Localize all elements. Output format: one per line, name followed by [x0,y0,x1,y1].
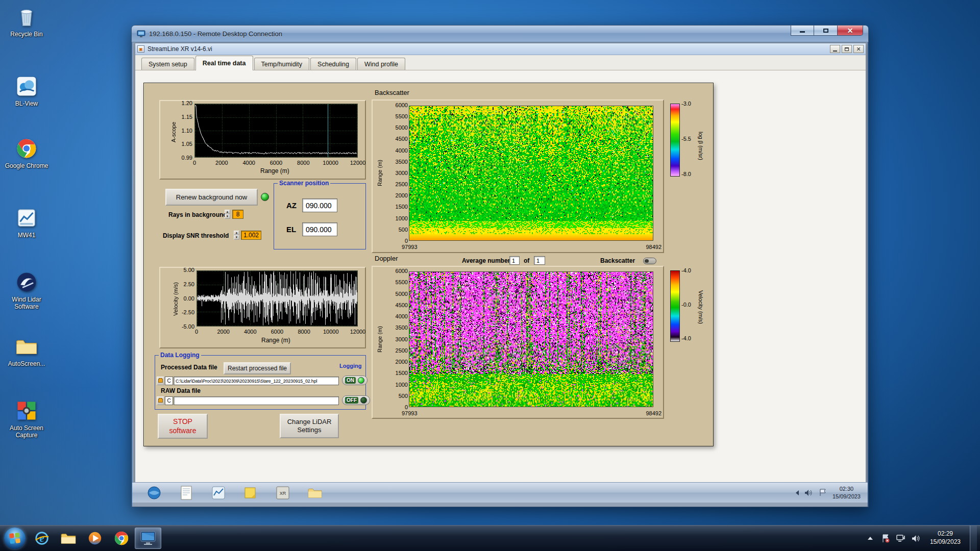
desktop-icon-mw41[interactable]: MW41 [3,206,50,239]
processed-path-drive: C [165,377,173,385]
desktop-icon-label: Auto Screen Capture [3,424,50,439]
rdp-close-button[interactable]: ✕ [838,26,863,36]
doppler-x-tick-right: 98492 [631,410,662,416]
y-tick-label: 0.00 [184,296,194,302]
remote-notes-icon[interactable] [243,485,258,500]
processed-data-file-path[interactable]: C:\Lidar\Data\Proc\2023\202309\20230915\… [174,377,339,385]
tab-system-setup[interactable]: System setup [141,58,194,70]
app-minimize-button[interactable] [830,45,840,53]
app-maximize-button[interactable] [842,45,852,53]
rdp-window-icon [137,30,145,38]
desktop-icon-label: BL-View [15,100,38,107]
average-of-value[interactable]: 1 [534,256,545,265]
y-tick-label: 500 [399,393,408,399]
y-tick-label: 5000 [396,291,408,297]
y-tick-label: 3500 [396,159,408,165]
tab-real-time-data[interactable]: Real time data [195,56,253,70]
rdp-maximize-button[interactable] [814,26,838,36]
rdp-minimize-button[interactable] [791,26,814,36]
y-tick-label: 1.10 [182,128,192,134]
desktop-icon-autoscreen[interactable]: AutoScreen... [3,335,50,367]
tab-bar: System setup Real time data Temp/humidit… [135,55,866,70]
taskbar-google-chrome[interactable] [108,528,135,549]
desktop-icon-bl-view[interactable]: BL-View [3,74,50,107]
scanner-position-box [274,183,366,249]
y-tick-label: 0 [405,405,408,410]
stop-software-button[interactable]: STOP software [158,414,208,439]
raw-logging-toggle[interactable]: OFF [342,395,370,405]
x-tick-label: 0 [184,160,205,166]
processed-toggle-label: ON [345,377,356,384]
renew-background-button[interactable]: Renew background now [165,189,258,206]
y-tick-label: 1.05 [182,141,192,147]
chrome-icon [114,531,129,546]
network-icon[interactable] [896,534,905,543]
desktop-icon-recycle-bin[interactable]: Recycle Bin [3,5,50,38]
backscatter-display-switch[interactable] [643,258,656,264]
backscatter-colorbar-label: log β (m/sr) [698,116,704,175]
host-taskbar: e 02:29 15/09/2023 [0,525,980,551]
remote-notepad-icon[interactable] [179,485,194,500]
raw-data-file-path[interactable] [174,396,339,405]
doppler-canvas [409,272,653,407]
remote-volume-icon[interactable] [804,488,813,497]
taskbar-internet-explorer[interactable]: e [29,528,55,549]
taskbar-media-player[interactable] [82,528,108,549]
velocity-plot [197,270,358,327]
x-tick-label: 8000 [294,329,314,335]
show-hidden-icons-chevron[interactable] [866,534,875,543]
action-center-flag-icon[interactable] [881,534,890,543]
remote-hidden-icons-chevron[interactable] [796,490,799,495]
snr-spinner[interactable]: ▲▼ [234,231,239,240]
rdp-titlebar: 192.168.0.150 - Remote Desktop Connectio… [132,26,868,42]
wind-lidar-icon [15,270,38,294]
taskbar-windows-explorer[interactable] [55,528,82,549]
colorbar-tick: -4.0 [681,267,691,273]
volume-icon[interactable] [912,534,921,543]
backscatter-y-ticks: 6000550050004500400035003000250020001500… [388,103,408,244]
snr-threshold-value[interactable]: 1.002 [241,231,261,240]
raw-path-browse-button[interactable] [157,396,164,405]
desktop-icon-label: Google Chrome [5,162,48,169]
backscatter-title: Backscatter [375,89,409,96]
host-clock-date: 15/09/2023 [930,538,961,546]
remote-flag-icon[interactable] [818,488,827,497]
velocity-canvas [197,271,357,326]
remote-folder-icon[interactable] [307,485,323,500]
tab-temp-humidity[interactable]: Temp/humidity [254,58,310,70]
backscatter-toggle-label: Backscatter [600,257,635,264]
remote-app-icon[interactable] [211,485,226,500]
tab-wind-profile[interactable]: Wind profile [357,58,405,70]
remote-xr-app-icon[interactable]: XR [275,485,290,500]
show-desktop-button[interactable] [970,525,977,551]
x-tick-label: 6000 [266,160,286,166]
y-tick-label: 3500 [396,325,408,331]
desktop-icon-wind-lidar[interactable]: Wind Lidar Software [3,270,50,310]
y-tick-label: 500 [399,227,408,233]
remote-clock[interactable]: 02:30 15/09/2023 [832,485,863,500]
taskbar-remote-desktop[interactable] [135,528,161,549]
y-tick-label: 6000 [396,268,408,274]
rays-value[interactable]: 8 [232,210,243,219]
change-lidar-settings-button[interactable]: Change LiDAR Settings [280,414,339,438]
x-tick-label: 2000 [211,160,232,166]
y-tick-label: 2.50 [184,282,194,287]
remote-browser-icon[interactable] [146,485,162,500]
rays-in-background-label: Rays in background [168,211,227,218]
colorbar-tick: -0.0 [681,302,691,308]
start-button[interactable] [4,528,26,549]
y-tick-label: 1000 [396,216,408,221]
app-close-button[interactable]: ✕ [853,45,864,53]
el-value[interactable]: 090.000 [302,222,337,236]
average-number-value[interactable]: 1 [509,256,520,265]
processed-logging-toggle[interactable]: ON [342,375,368,385]
az-value[interactable]: 090.000 [302,198,337,212]
host-clock[interactable]: 02:29 15/09/2023 [927,530,964,546]
processed-path-browse-button[interactable] [157,377,164,385]
desktop-icon-google-chrome[interactable]: Google Chrome [3,137,50,169]
streamline-window: ▣ StreamLine XR v14-6.vi ✕ System setup … [135,43,866,483]
rays-spinner[interactable]: ▲▼ [225,210,230,219]
tab-scheduling[interactable]: Scheduling [310,58,356,70]
desktop-icon-auto-screen-capture[interactable]: Auto Screen Capture [3,399,50,439]
restart-processed-file-button[interactable]: Restart processed file [224,362,291,374]
